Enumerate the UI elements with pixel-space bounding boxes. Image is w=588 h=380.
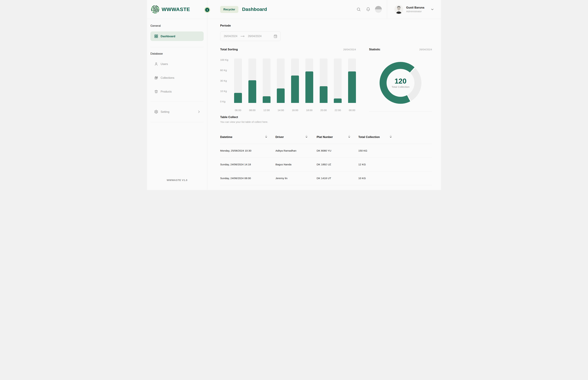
sort-icon[interactable] [390,135,392,138]
x-tick-label: 00:00 [349,109,355,112]
user-icon [154,62,158,66]
bar-slot: 20:00 [320,58,327,112]
bar-value [305,72,313,103]
column-header-datetime: Datetime [220,135,275,139]
bar-slot: 00:00 [348,58,356,112]
bar-slot: 14:00 [277,58,285,112]
total-collection-label: Total Collection [392,85,409,88]
bar-slot: 12:00 [263,58,270,112]
table-row[interactable]: Sunday, 24/06/2024 08:00Jeremy linDK 141… [220,171,432,185]
bar-value [277,88,285,103]
bar-track [248,58,256,103]
y-tick-label: 60 Kg [220,69,230,72]
bar-track [277,58,285,103]
table-row[interactable]: Monday, 25/06/2024 10:30Aditya RamadhanD… [220,144,432,158]
collections-icon [154,76,158,80]
column-header-plat-nunber: Plat Nunber [317,135,358,139]
x-tick-label: 12:00 [263,109,270,112]
sort-icon[interactable] [348,135,350,138]
donut-chart: 120 Total Collection [379,62,421,104]
sidebar-item-label: Dashboard [161,35,175,38]
chevron-down-icon[interactable] [430,7,434,11]
user-menu[interactable]: Gusti Baruna Administrator [394,5,424,14]
column-header-driver: Driver [275,135,317,139]
sidebar-nav: General Dashboard Database [147,19,207,190]
sidebar-item-setting[interactable]: Setting [151,107,204,117]
bar-slot: 18:00 [305,58,313,112]
notification-bell-icon[interactable] [366,7,371,12]
bar-value [334,98,342,103]
x-tick-label: 16:00 [292,109,298,112]
section-label-general: General [151,24,204,28]
bar-slot: 22:00 [334,58,342,112]
bar-track [263,58,270,103]
y-tick-label: 0 Kg [220,100,230,103]
main-content: Periode 26/04/2024 26/04/2024 Total Sort… [207,19,441,190]
table-collect-subtitle: You can view your list table of collect … [220,120,432,123]
sidebar-item-products[interactable]: Products [151,87,204,96]
x-tick-label: 08:00 [249,109,256,112]
sidebar-item-collections[interactable]: Collections [151,73,204,83]
donut-center: 120 Total Collection [387,69,415,97]
date-range-input[interactable]: 26/04/2024 26/04/2024 [220,32,281,41]
table-body: Monday, 25/06/2024 10:30Aditya RamadhanD… [220,144,432,185]
sort-icon[interactable] [305,135,307,138]
x-tick-label: 14:00 [278,109,284,112]
brand-name: WWWASTE [162,6,190,12]
y-tick-label: 30 Kg [220,79,230,82]
cell-plat-number: DK 8080 YU [317,149,358,152]
cell-datetime: Sunday, 24/06/2024 08:00 [220,177,275,180]
calendar-icon[interactable] [273,34,278,38]
app-version: WWWASTE V1.0 [151,179,204,182]
cell-driver: Aditya Ramadhan [275,149,317,152]
y-axis-labels: 100 Kg60 Kg30 Kg10 Kg0 Kg [220,58,230,103]
bar-chart-plot-area: 06:0008:0012:0014:0016:0018:0020:0022:00… [230,58,356,112]
table-collect-title: Table Collect [220,115,432,119]
column-header-total-collection: Total Collection [358,135,432,139]
statistic-title: Statistic [369,48,380,51]
sidebar-item-dashboard[interactable]: Dashboard [151,32,204,41]
sidebar-header: WWWASTE [147,0,207,19]
bar-value [248,80,256,103]
user-role: Administrator [406,10,424,13]
sidebar-collapse-button[interactable] [204,7,210,13]
column-header-label: Driver [275,135,284,139]
sidebar-item-label: Users [161,62,168,66]
avatar-placeholder-icon[interactable] [375,6,382,13]
cell-driver: Bagus Nanda [275,163,317,166]
bar-track [334,58,342,103]
bar-value [263,96,270,103]
wwwaste-dashboard-app: WWWASTE General Dashboard [147,0,441,190]
x-tick-label: 20:00 [320,109,327,112]
total-sorting-title: Total Sorting [220,48,238,51]
date-start-value: 26/04/2024 [224,35,237,38]
sidebar: WWWASTE General Dashboard [147,0,207,190]
table-row[interactable]: Sunday, 24/06/2024 14:18Bagus NandaDK 18… [220,158,432,171]
y-tick-label: 10 Kg [220,90,230,93]
bar-value [348,72,356,103]
table-header-row: DatetimeDriverPlat NunberTotal Collectio… [220,135,432,144]
x-tick-label: 06:00 [235,109,241,112]
sort-icon[interactable] [265,135,267,138]
total-sorting-panel: Total Sorting 26/04/2024 100 Kg60 Kg30 K… [220,48,356,112]
bar-slot: 16:00 [291,58,299,112]
cell-datetime: Sunday, 24/06/2024 14:18 [220,163,275,166]
total-sorting-date: 26/04/2024 [343,48,356,51]
cell-datetime: Monday, 25/06/2024 10:30 [220,149,275,152]
header-divider [387,0,387,19]
bar-slot: 06:00 [234,58,242,112]
column-header-label: Total Collection [358,135,380,139]
bar-value [320,86,327,103]
bar-track [291,58,299,103]
column-header-label: Plat Nunber [317,135,333,139]
periode-heading: Periode [220,24,432,27]
search-icon[interactable] [356,7,361,12]
bar-value [234,93,242,103]
statistic-date: 26/04/2024 [419,48,432,51]
wwwaste-logo-icon [151,5,160,14]
bar-slot: 08:00 [248,58,256,112]
sidebar-item-users[interactable]: Users [151,59,204,69]
bar-track [305,58,313,103]
topbar: Recycler Dashboard [207,0,441,19]
dashboard-grid-icon [154,34,158,38]
